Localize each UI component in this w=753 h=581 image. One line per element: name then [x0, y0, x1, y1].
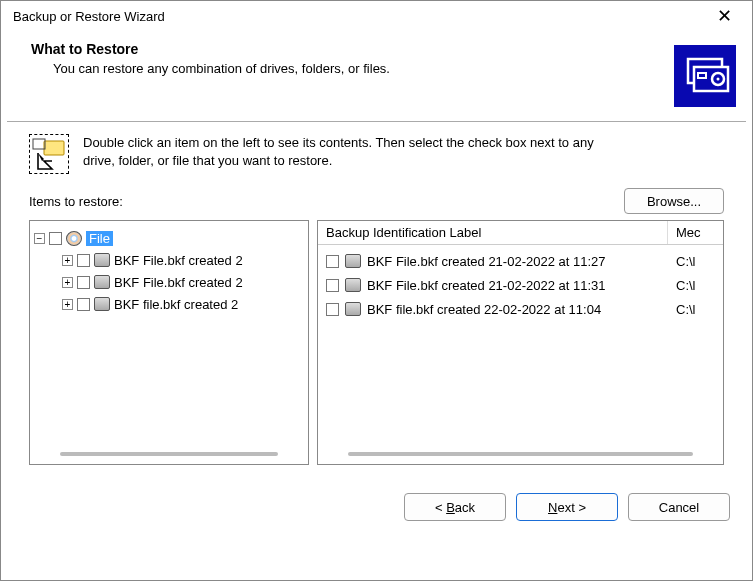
expand-toggle[interactable]: +: [62, 299, 73, 310]
instruction-row: Double click an item on the left to see …: [29, 134, 724, 174]
tree-item: + BKF File.bkf created 2: [62, 271, 304, 293]
tree-checkbox[interactable]: [49, 232, 62, 245]
list-row: BKF File.bkf created 21-02-2022 at 11:27…: [318, 249, 723, 273]
titlebar: Backup or Restore Wizard ✕: [1, 1, 752, 31]
next-button[interactable]: Next >: [516, 493, 618, 521]
tree-root: − File: [34, 227, 304, 249]
tree-item: + BKF file.bkf created 2: [62, 293, 304, 315]
list-panel[interactable]: Backup Identification Label Mec BKF File…: [317, 220, 724, 465]
tree-panel[interactable]: − File + BKF File.bkf created 2 +: [29, 220, 309, 465]
list-item-location: C:\l: [668, 302, 723, 317]
wizard-banner-icon: [674, 45, 736, 107]
horizontal-scrollbar[interactable]: [60, 452, 278, 456]
tree-item: + BKF File.bkf created 2: [62, 249, 304, 271]
list-row: BKF File.bkf created 21-02-2022 at 11:31…: [318, 273, 723, 297]
backup-file-icon: [94, 275, 110, 289]
restore-panels: − File + BKF File.bkf created 2 +: [29, 220, 724, 465]
backup-file-icon: [345, 254, 361, 268]
list-item-label[interactable]: BKF file.bkf created 22-02-2022 at 11:04: [367, 302, 601, 317]
backup-file-icon: [94, 297, 110, 311]
list-row: BKF file.bkf created 22-02-2022 at 11:04…: [318, 297, 723, 321]
expand-toggle[interactable]: +: [62, 277, 73, 288]
close-button[interactable]: ✕: [704, 1, 744, 31]
page-subtitle: You can restore any combination of drive…: [53, 61, 734, 76]
svg-point-4: [717, 78, 720, 81]
tree-item-label[interactable]: BKF File.bkf created 2: [114, 253, 243, 268]
page-title: What to Restore: [31, 41, 734, 57]
tree-checkbox[interactable]: [77, 254, 90, 267]
horizontal-scrollbar[interactable]: [348, 452, 693, 456]
list-item-location: C:\l: [668, 254, 723, 269]
content-area: Double click an item on the left to see …: [1, 122, 752, 475]
items-to-restore-label: Items to restore:: [29, 194, 123, 209]
list-item-label[interactable]: BKF File.bkf created 21-02-2022 at 11:27: [367, 254, 605, 269]
list-checkbox[interactable]: [326, 255, 339, 268]
media-icon: [66, 231, 82, 246]
backup-file-icon: [345, 278, 361, 292]
expand-toggle[interactable]: +: [62, 255, 73, 266]
svg-rect-7: [33, 139, 45, 149]
tree-checkbox[interactable]: [77, 298, 90, 311]
list-checkbox[interactable]: [326, 303, 339, 316]
column-header-label[interactable]: Backup Identification Label: [318, 221, 668, 244]
window-title: Backup or Restore Wizard: [13, 9, 165, 24]
tree-item-label[interactable]: BKF File.bkf created 2: [114, 275, 243, 290]
browse-button[interactable]: Browse...: [624, 188, 724, 214]
tree-root-label[interactable]: File: [86, 231, 113, 246]
expand-toggle[interactable]: −: [34, 233, 45, 244]
backup-file-icon: [345, 302, 361, 316]
tree-checkbox[interactable]: [77, 276, 90, 289]
list-item-label[interactable]: BKF File.bkf created 21-02-2022 at 11:31: [367, 278, 605, 293]
list-item-location: C:\l: [668, 278, 723, 293]
wizard-header: What to Restore You can restore any comb…: [1, 31, 752, 121]
cancel-button[interactable]: Cancel: [628, 493, 730, 521]
svg-rect-6: [44, 141, 64, 155]
column-header-media[interactable]: Mec: [668, 225, 723, 240]
instruction-icon: [29, 134, 69, 174]
wizard-footer: < Back Next > Cancel: [1, 475, 752, 521]
back-button[interactable]: < Back: [404, 493, 506, 521]
list-header: Backup Identification Label Mec: [318, 221, 723, 245]
backup-file-icon: [94, 253, 110, 267]
tree-item-label[interactable]: BKF file.bkf created 2: [114, 297, 238, 312]
list-checkbox[interactable]: [326, 279, 339, 292]
instruction-text: Double click an item on the left to see …: [83, 134, 603, 170]
